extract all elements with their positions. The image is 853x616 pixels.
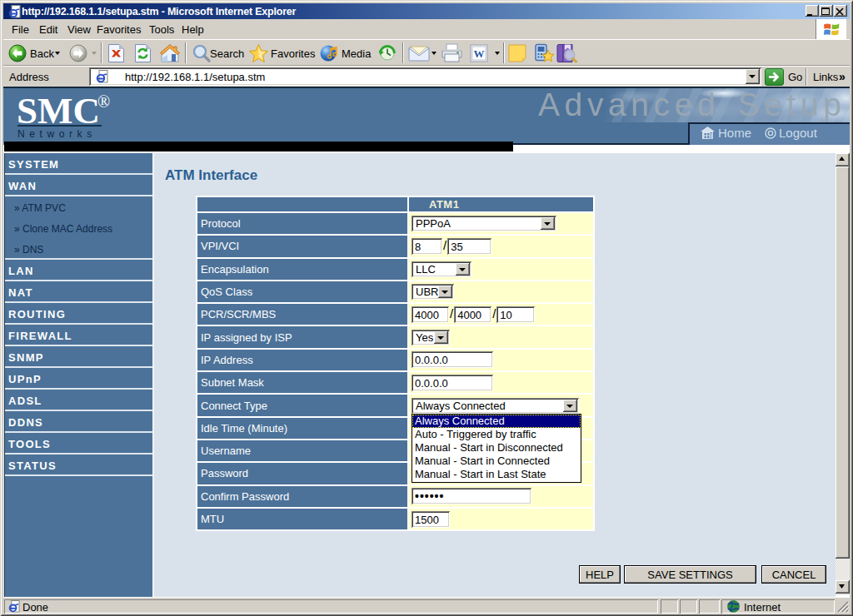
svg-text:W: W	[474, 47, 485, 60]
